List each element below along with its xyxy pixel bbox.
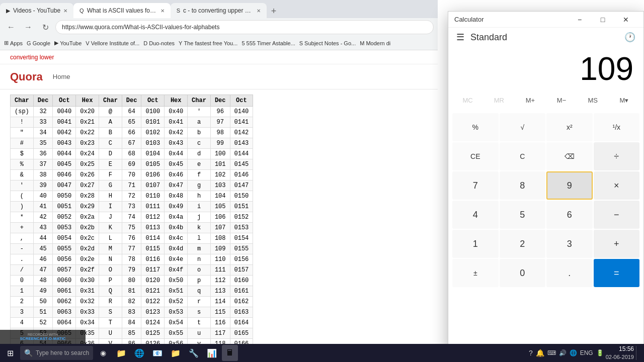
refresh-button[interactable]: ↻	[38, 20, 52, 34]
converting-title-text: converting lower	[10, 54, 54, 61]
table-cell: 0x2a	[76, 212, 99, 223]
calc-c-button[interactable]: C	[500, 142, 546, 170]
start-button[interactable]: ⊞	[2, 345, 18, 361]
calc-close-button[interactable]: ✕	[614, 12, 637, 28]
calc-percent-button[interactable]: %	[452, 113, 499, 141]
calc-history-icon[interactable]: 🕐	[624, 32, 635, 43]
bookmark-modern[interactable]: M Modern di	[360, 40, 390, 46]
taskbar-file-explorer[interactable]: 📁	[113, 345, 129, 361]
bookmark-vit[interactable]: V Vellore Institute of...	[86, 40, 139, 46]
calc-equals-button[interactable]: =	[594, 259, 640, 287]
calc-8-button[interactable]: 8	[500, 171, 546, 200]
calc-add-button[interactable]: +	[594, 230, 640, 258]
calc-4-button[interactable]: 4	[452, 201, 499, 229]
taskbar-settings[interactable]: 🔧	[186, 345, 202, 361]
taskbar-email[interactable]: 📧	[149, 345, 166, 361]
calc-3-button[interactable]: 3	[546, 230, 593, 258]
bookmark-duo[interactable]: D Duo-notes	[143, 40, 175, 46]
table-cell: 45	[33, 244, 53, 254]
taskbar-cortana[interactable]: ◉	[95, 345, 111, 361]
nav-home[interactable]: Home	[53, 73, 70, 80]
calc-title: Calculator	[454, 16, 484, 23]
table-cell: 33	[33, 117, 53, 128]
tray-network[interactable]: 🌐	[570, 349, 577, 356]
mem-ms-button[interactable]: MS	[578, 91, 608, 109]
taskbar-search[interactable]: 🔍 Type here to search	[20, 346, 93, 360]
mem-mc-button[interactable]: MC	[452, 91, 483, 109]
tab-quora[interactable]: Q What is ASCII values for alphab... ✕	[73, 3, 171, 18]
col-oct3: Oct	[230, 95, 253, 107]
table-cell: 0104	[141, 149, 165, 159]
calc-maximize-button[interactable]: □	[591, 12, 614, 28]
calc-reciprocal-button[interactable]: ¹/x	[594, 113, 640, 141]
tray-keyboard[interactable]: ⌨	[547, 349, 556, 356]
table-cell: 65	[122, 117, 141, 128]
table-cell: 68	[122, 149, 141, 159]
new-tab-button[interactable]: +	[267, 4, 281, 18]
url-text: https://www.quora.com/What-is-ASCII-valu…	[62, 24, 219, 31]
mem-mr-button[interactable]: MR	[484, 91, 514, 109]
calc-5-button[interactable]: 5	[500, 201, 546, 229]
tray-lang[interactable]: ENG	[580, 349, 593, 356]
bookmark-apps[interactable]: ⊞ Apps	[4, 40, 23, 46]
table-cell: 0126	[141, 339, 165, 344]
table-cell: 69	[122, 159, 141, 170]
table-cell: 0162	[230, 297, 253, 307]
calc-menu-icon[interactable]: ☰	[456, 32, 464, 43]
calc-square-button[interactable]: x²	[546, 113, 593, 141]
taskbar-chrome[interactable]: 🌐	[131, 345, 147, 361]
calc-0-button[interactable]: 0	[500, 259, 546, 287]
mem-minus-button[interactable]: M−	[546, 91, 577, 109]
calc-7-button[interactable]: 7	[452, 171, 499, 200]
calc-ce-button[interactable]: CE	[452, 142, 499, 170]
mem-plus-button[interactable]: M+	[515, 91, 545, 109]
table-cell: 79	[122, 265, 141, 276]
calc-multiply-button[interactable]: ×	[594, 171, 640, 200]
tray-volume[interactable]: 🔊	[559, 349, 567, 356]
tab-youtube[interactable]: ▶ Videos - YouTube ✕	[0, 3, 73, 18]
table-cell: 49	[33, 286, 53, 297]
tab-quora-close[interactable]: ✕	[160, 8, 165, 14]
calc-sign-button[interactable]: ±	[452, 259, 499, 287]
calc-divide-button[interactable]: ÷	[594, 142, 640, 170]
calc-2-button[interactable]: 2	[500, 230, 546, 258]
tab-youtube-close[interactable]: ✕	[63, 8, 67, 14]
ascii-table-container[interactable]: Char Dec Oct Hex Char Dec Oct Hex Char D…	[0, 89, 438, 344]
bookmark-555[interactable]: 5 555 Timer Astable...	[242, 40, 295, 46]
table-cell: 51	[33, 307, 53, 318]
tab-stackoverflow[interactable]: S c - to converting upper and low... ✕	[171, 3, 267, 18]
calc-6-button[interactable]: 6	[546, 201, 593, 229]
calc-1-button[interactable]: 1	[452, 230, 499, 258]
mem-dropdown-button[interactable]: M▾	[609, 91, 639, 109]
bookmark-fastest[interactable]: Y The fastest free You...	[179, 40, 237, 46]
table-cell: )	[11, 202, 34, 212]
taskbar-calc[interactable]: 🖩	[222, 345, 238, 361]
bookmark-youtube[interactable]: ▶ YouTube	[54, 40, 82, 46]
bookmark-subject[interactable]: S Subject Notes - Go...	[299, 40, 356, 46]
taskbar-folder[interactable]: 📁	[168, 345, 184, 361]
url-bar[interactable]: https://www.quora.com/What-is-ASCII-valu…	[55, 20, 434, 34]
back-button[interactable]: ←	[4, 20, 18, 34]
bookmark-google[interactable]: G Google	[27, 40, 50, 46]
tray-notify[interactable]: 🔔	[536, 349, 544, 357]
tab-so-close[interactable]: ✕	[257, 8, 261, 14]
table-cell: *	[11, 212, 34, 223]
table-cell: 0x27	[76, 180, 99, 191]
calc-sqrt-button[interactable]: √	[500, 113, 546, 141]
table-cell: 0x49	[165, 202, 188, 212]
table-cell: 0156	[230, 254, 253, 265]
calc-decimal-button[interactable]: .	[546, 259, 593, 287]
table-cell: $	[11, 149, 34, 159]
taskbar-media[interactable]: 📊	[204, 345, 220, 361]
forward-button[interactable]: →	[21, 20, 35, 34]
table-cell: 0166	[230, 339, 253, 344]
calc-backspace-button[interactable]: ⌫	[546, 142, 593, 170]
calc-subtract-button[interactable]: −	[594, 201, 640, 229]
table-cell: l	[188, 233, 211, 244]
show-desktop-button[interactable]	[636, 346, 640, 360]
calc-minimize-button[interactable]: −	[568, 12, 591, 28]
calc-9-button[interactable]: 9	[546, 171, 593, 200]
time-display: 15:56 02-06-2019	[606, 345, 634, 361]
555-icon: 5	[242, 40, 245, 46]
tray-question[interactable]: ?	[529, 349, 533, 357]
